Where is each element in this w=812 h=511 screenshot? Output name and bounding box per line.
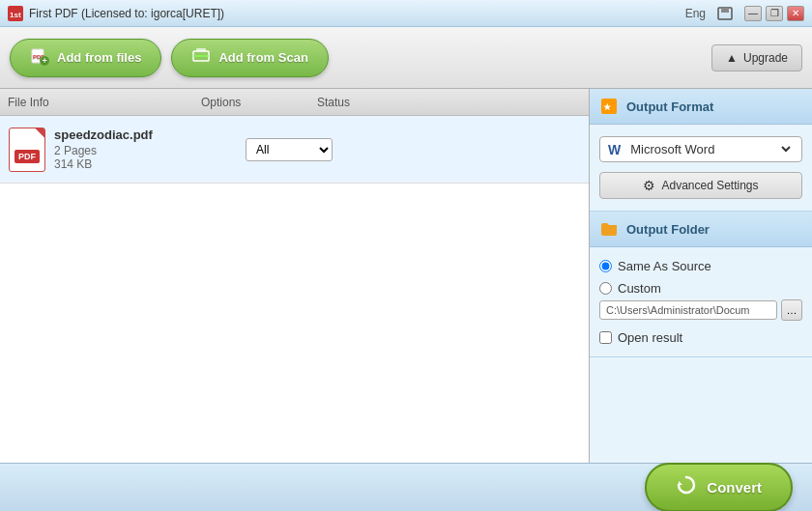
svg-rect-3 xyxy=(721,8,729,13)
svg-marker-13 xyxy=(679,481,682,485)
svg-rect-10 xyxy=(196,48,206,51)
svg-text:+: + xyxy=(43,56,47,66)
convert-label: Convert xyxy=(707,479,762,496)
right-panel: ★ Output Format W Microsoft Word Microso… xyxy=(590,89,812,463)
close-button[interactable]: ✕ xyxy=(787,6,804,21)
browse-button[interactable]: … xyxy=(781,299,802,321)
browse-icon: … xyxy=(787,304,798,316)
file-icon-container: PDF xyxy=(8,127,46,173)
pages-select[interactable]: All Current Page Custom Range xyxy=(246,138,333,161)
titlebar: 1st First PDF (Licensed to: igorca[URET]… xyxy=(0,0,812,27)
output-folder-radio-group: Same As Source Custom xyxy=(599,259,802,296)
output-folder-icon xyxy=(599,219,619,239)
col-status-header: Status xyxy=(317,96,581,109)
pdf-icon: PDF xyxy=(9,128,45,172)
custom-path-row: … xyxy=(599,299,802,321)
format-select[interactable]: Microsoft Word Microsoft Excel Plain Tex… xyxy=(626,141,794,157)
file-name: speedzodiac.pdf xyxy=(54,128,238,142)
custom-radio[interactable] xyxy=(599,282,612,295)
titlebar-lang: Eng xyxy=(685,7,706,20)
open-result-row: Open result xyxy=(599,330,802,345)
titlebar-title: First PDF (Licensed to: igorca[URET]) xyxy=(29,7,224,20)
open-result-checkbox[interactable] xyxy=(599,331,612,344)
table-row: PDF speedzodiac.pdf 2 Pages 314 KB All C… xyxy=(0,116,589,184)
add-from-scan-button[interactable]: Add from Scan xyxy=(171,39,328,77)
custom-option[interactable]: Custom xyxy=(599,281,802,296)
file-pages: 2 Pages xyxy=(54,144,238,157)
output-format-icon: ★ xyxy=(599,97,619,116)
titlebar-save-icon[interactable] xyxy=(717,7,733,20)
svg-text:★: ★ xyxy=(603,102,612,112)
output-format-section: ★ Output Format W Microsoft Word Microso… xyxy=(590,89,812,212)
col-info-header: File Info xyxy=(8,96,201,109)
output-folder-title: Output Folder xyxy=(626,222,710,237)
file-info: speedzodiac.pdf 2 Pages 314 KB xyxy=(54,128,238,171)
upgrade-button[interactable]: ▲ Upgrade xyxy=(711,44,802,71)
titlebar-left: 1st First PDF (Licensed to: igorca[URET]… xyxy=(8,6,224,21)
word-icon: W xyxy=(608,142,621,157)
convert-button[interactable]: Convert xyxy=(645,463,793,511)
open-result-label: Open result xyxy=(618,330,682,345)
gear-icon: ⚙ xyxy=(643,178,655,193)
output-format-body: W Microsoft Word Microsoft Excel Plain T… xyxy=(590,125,812,211)
add-from-files-label: Add from files xyxy=(57,50,141,65)
file-table-header: File Info Options Status xyxy=(0,89,589,116)
output-format-title: Output Format xyxy=(626,99,713,114)
file-size: 314 KB xyxy=(54,157,238,171)
advanced-settings-button[interactable]: ⚙ Advanced Settings xyxy=(599,172,802,199)
advanced-settings-label: Advanced Settings xyxy=(661,179,758,192)
file-list: PDF speedzodiac.pdf 2 Pages 314 KB All C… xyxy=(0,116,589,463)
output-format-header: ★ Output Format xyxy=(590,89,812,125)
app-icon: 1st xyxy=(8,6,23,21)
left-panel: File Info Options Status PDF speedzodiac… xyxy=(0,89,590,463)
output-folder-header: Output Folder xyxy=(590,212,812,247)
minimize-button[interactable]: — xyxy=(744,6,762,21)
format-select-wrapper[interactable]: W Microsoft Word Microsoft Excel Plain T… xyxy=(599,136,802,162)
output-folder-section: Output Folder Same As Source Custom xyxy=(590,212,812,357)
pdf-badge: PDF xyxy=(14,150,40,163)
add-from-scan-label: Add from Scan xyxy=(218,50,307,65)
custom-label: Custom xyxy=(618,281,661,296)
titlebar-controls: — ❐ ✕ xyxy=(744,6,804,21)
svg-text:1st: 1st xyxy=(10,11,21,19)
upgrade-icon: ▲ xyxy=(726,51,738,65)
toolbar: PDF + Add from files Add from Scan ▲ Upg… xyxy=(0,27,812,89)
add-files-icon: PDF + xyxy=(30,46,49,70)
output-folder-body: Same As Source Custom … Open result xyxy=(590,247,812,356)
add-from-files-button[interactable]: PDF + Add from files xyxy=(10,39,161,77)
convert-icon xyxy=(676,474,697,500)
upgrade-label: Upgrade xyxy=(743,51,788,65)
same-as-source-radio[interactable] xyxy=(599,260,612,272)
col-options-header: Options xyxy=(201,96,317,109)
titlebar-right: Eng — ❐ ✕ xyxy=(685,6,804,21)
file-options[interactable]: All Current Page Custom Range xyxy=(246,138,352,161)
scan-icon xyxy=(191,46,211,70)
restore-button[interactable]: ❐ xyxy=(766,6,783,21)
custom-path-input[interactable] xyxy=(599,300,777,320)
main-content: File Info Options Status PDF speedzodiac… xyxy=(0,89,812,463)
same-as-source-label: Same As Source xyxy=(618,259,711,273)
same-as-source-option[interactable]: Same As Source xyxy=(599,259,802,273)
bottom-bar: Convert xyxy=(0,463,812,511)
